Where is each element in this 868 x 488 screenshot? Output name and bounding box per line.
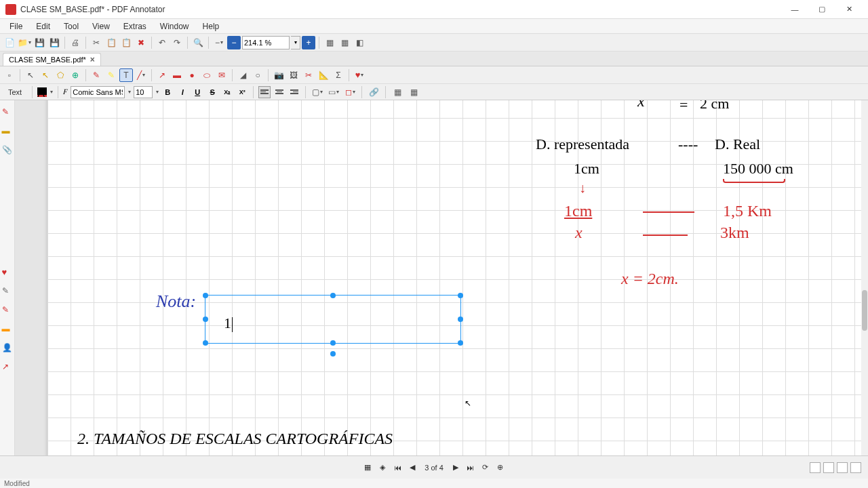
menu-window[interactable]: Window	[155, 20, 195, 33]
font-family-select[interactable]	[71, 86, 125, 98]
pointer-icon[interactable]: ↖	[24, 68, 37, 82]
document-tab[interactable]: CLASE SM_BASE.pdf* ×	[3, 53, 101, 66]
lasso-icon[interactable]: ⬠	[54, 68, 67, 82]
menu-tool[interactable]: Tool	[58, 20, 84, 33]
tab-close-icon[interactable]: ×	[90, 55, 95, 64]
pen-red-icon[interactable]: ✎	[2, 107, 13, 118]
select-icon[interactable]: ↖	[39, 68, 52, 82]
text-selection-box[interactable]	[205, 295, 461, 344]
page-icon[interactable]: ▦	[323, 36, 336, 49]
minimize-button[interactable]: —	[781, 1, 808, 18]
subscript-button[interactable]: X₂	[221, 86, 233, 98]
save-as-icon[interactable]: 💾	[47, 36, 61, 49]
marker-yellow-icon[interactable]: ▬	[2, 126, 13, 137]
new-annotation-icon[interactable]: ▫	[3, 68, 16, 82]
zoom-input[interactable]	[242, 36, 290, 49]
new-icon[interactable]: 📄	[3, 36, 16, 49]
eraser-icon[interactable]: ◢	[236, 68, 250, 82]
formula-icon[interactable]: Σ	[332, 68, 345, 82]
nav-icon-1[interactable]: ▦	[362, 462, 373, 473]
redo-icon[interactable]: ↷	[170, 36, 184, 49]
font-dropdown[interactable]: ▾	[128, 89, 131, 95]
strike-button[interactable]: S	[206, 86, 218, 98]
typed-text[interactable]: 1	[224, 314, 233, 332]
size-dropdown[interactable]: ▾	[156, 89, 159, 95]
menu-help[interactable]: Help	[197, 20, 225, 33]
group-icon[interactable]: ▦	[391, 85, 404, 99]
align-left-button[interactable]	[258, 86, 271, 98]
zoom-fit-icon[interactable]: −	[227, 36, 241, 49]
open-icon[interactable]: 📁▾	[18, 36, 31, 49]
paste-icon[interactable]: 📋	[119, 36, 133, 49]
panel-icon[interactable]: ◧	[353, 36, 366, 49]
fav-arrow-icon[interactable]: ↗	[2, 362, 13, 373]
font-color-dropdown[interactable]: ▾	[50, 89, 53, 95]
search-icon[interactable]: 🔍	[191, 36, 205, 49]
fav-pen-icon[interactable]: ✎	[2, 286, 13, 297]
fill-icon[interactable]: ▢▾	[311, 85, 324, 99]
border-icon[interactable]: ▭▾	[327, 85, 340, 99]
line-icon[interactable]: ╱▾	[134, 68, 148, 82]
text-tool-icon[interactable]: T	[119, 68, 133, 82]
fullscreen-icon[interactable]: ▦	[338, 36, 351, 49]
crop-icon[interactable]: ✂	[302, 68, 315, 82]
superscript-button[interactable]: X²	[236, 86, 248, 98]
highlight-icon[interactable]: ○	[251, 68, 264, 82]
pan-icon[interactable]: ⊕	[68, 68, 82, 82]
font-size-select[interactable]	[134, 86, 153, 98]
cut-icon[interactable]: ✂	[90, 36, 103, 49]
fav-heart-icon[interactable]: ♥	[2, 267, 13, 278]
view-single-icon[interactable]	[810, 462, 821, 473]
view-two-icon[interactable]	[837, 462, 848, 473]
undo-icon[interactable]: ↶	[155, 36, 169, 49]
italic-button[interactable]: I	[176, 86, 189, 98]
save-icon[interactable]: 💾	[33, 36, 46, 49]
link-icon[interactable]: 🔗	[367, 85, 380, 99]
maximize-button[interactable]: ▢	[808, 1, 835, 18]
next-page-button[interactable]: ▶	[450, 462, 461, 473]
camera-icon[interactable]: 📷	[272, 68, 285, 82]
copy-icon[interactable]: 📋	[104, 36, 118, 49]
image-icon[interactable]: 🖼	[287, 68, 300, 82]
favorite-icon[interactable]: ♥▾	[353, 68, 366, 82]
nav-refresh-icon[interactable]: ⟳	[480, 462, 491, 473]
zoom-dropdown[interactable]: ▾	[291, 36, 300, 49]
rect-icon[interactable]: ▬	[170, 68, 184, 82]
nav-icon-2[interactable]: ◈	[377, 462, 388, 473]
bold-button[interactable]: B	[161, 86, 174, 98]
delete-icon[interactable]: ✖	[134, 36, 148, 49]
canvas[interactable]: x = 2 cm D. representada ---- D. Real 1c…	[15, 100, 868, 455]
scrollbar-thumb[interactable]	[862, 290, 867, 331]
fit-icon[interactable]: ◻▾	[343, 85, 357, 99]
nav-add-icon[interactable]: ⊕	[495, 462, 506, 473]
vertical-scrollbar[interactable]	[861, 100, 868, 455]
font-color-swatch[interactable]: A	[37, 87, 47, 97]
stamp-icon[interactable]: ✉	[215, 68, 229, 82]
close-button[interactable]: ✕	[835, 1, 863, 18]
underline-button[interactable]: U	[191, 86, 203, 98]
ellipse-icon[interactable]: ⬭	[200, 68, 214, 82]
print-icon[interactable]: 🖨	[68, 36, 82, 49]
align-center-button[interactable]	[273, 86, 285, 98]
ungroup-icon[interactable]: ▦	[407, 85, 420, 99]
clip-icon[interactable]: 📎	[2, 145, 13, 156]
align-right-button[interactable]	[288, 86, 300, 98]
zoom-out-icon[interactable]: −▾	[212, 36, 226, 49]
measure-icon[interactable]: 📐	[317, 68, 330, 82]
menu-file[interactable]: File	[4, 20, 28, 33]
fav-person-icon[interactable]: 👤	[2, 343, 13, 354]
last-page-button[interactable]: ⏭	[465, 462, 476, 473]
prev-page-button[interactable]: ◀	[407, 462, 418, 473]
arrow-icon[interactable]: ↗	[155, 68, 169, 82]
circle-icon[interactable]: ●	[185, 68, 199, 82]
fav-orange-icon[interactable]: ▬	[2, 324, 13, 335]
view-grid-icon[interactable]	[850, 462, 861, 473]
pen-icon[interactable]: ✎	[90, 68, 103, 82]
zoom-in-icon[interactable]: +	[302, 36, 315, 49]
menu-extras[interactable]: Extras	[118, 20, 152, 33]
first-page-button[interactable]: ⏮	[392, 462, 403, 473]
menu-view[interactable]: View	[87, 20, 115, 33]
marker-icon[interactable]: ✎	[104, 68, 118, 82]
fav-red-icon[interactable]: ✎	[2, 305, 13, 316]
view-continuous-icon[interactable]	[823, 462, 834, 473]
